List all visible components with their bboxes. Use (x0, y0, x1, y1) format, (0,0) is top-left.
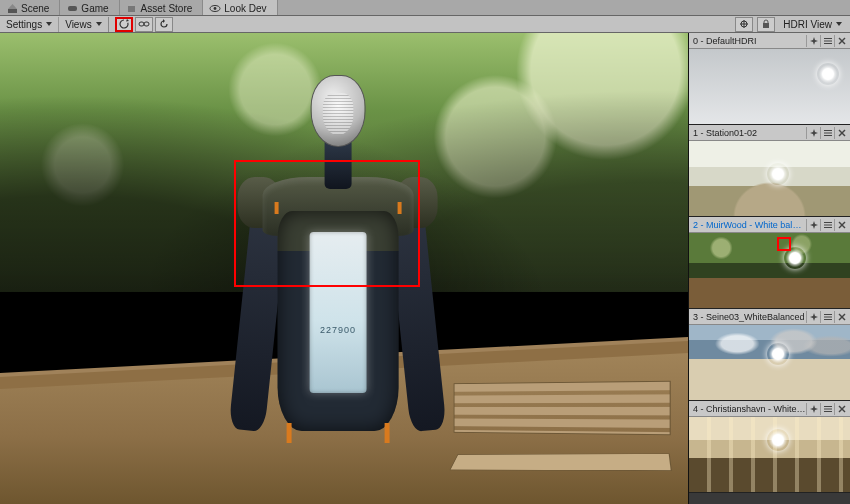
options-button[interactable] (820, 35, 834, 47)
close-button[interactable] (834, 219, 848, 231)
hdri-item-header[interactable]: 3 - Seine03_WhiteBalanced (689, 309, 850, 325)
close-button[interactable] (834, 127, 848, 139)
chevron-down-icon (836, 22, 842, 26)
svg-rect-36 (824, 319, 832, 320)
options-button[interactable] (820, 403, 834, 415)
svg-rect-9 (144, 22, 149, 26)
svg-rect-34 (824, 314, 832, 315)
pin-icon (810, 37, 818, 45)
tab-scene[interactable]: Scene (0, 0, 60, 15)
tab-asset-store[interactable]: Asset Store (120, 0, 204, 15)
svg-rect-18 (824, 43, 832, 44)
options-button[interactable] (820, 219, 834, 231)
window-tabstrip: Scene Game Asset Store Look Dev (0, 0, 850, 16)
options-button[interactable] (820, 127, 834, 139)
reset-view-button[interactable] (155, 17, 173, 32)
chevron-down-icon (46, 22, 52, 26)
hdri-view-menu[interactable]: HDRI View (777, 17, 848, 32)
lock-icon (761, 19, 771, 29)
lookdev-viewport[interactable]: 227900 (0, 33, 688, 504)
tab-label: Asset Store (141, 3, 193, 14)
svg-rect-28 (824, 222, 832, 223)
close-button[interactable] (834, 403, 848, 415)
pin-button[interactable] (806, 219, 820, 231)
svg-rect-41 (824, 408, 832, 409)
svg-marker-15 (810, 37, 818, 45)
views-label: Views (65, 19, 92, 30)
close-icon (838, 313, 846, 321)
tab-label: Look Dev (224, 3, 266, 14)
sun-gizmo-icon (767, 343, 789, 365)
close-icon (838, 405, 846, 413)
hdri-thumbnail[interactable] (689, 325, 850, 400)
hdri-item-header[interactable]: 4 - Christianshavn - White balanc… (689, 401, 850, 417)
options-icon (824, 313, 832, 321)
svg-rect-8 (139, 22, 144, 26)
hdri-item-label: 3 - Seine03_WhiteBalanced (693, 312, 806, 322)
svg-marker-21 (810, 129, 818, 137)
expand-button[interactable] (735, 17, 753, 32)
robot-model: 227900 (187, 71, 490, 495)
svg-marker-27 (810, 221, 818, 229)
sun-gizmo-icon (817, 63, 839, 85)
hdri-item[interactable]: 1 - Station01-02 (689, 125, 850, 217)
pin-button[interactable] (806, 127, 820, 139)
hdri-item-label: 2 - MuirWood - White balanced (693, 220, 806, 230)
eye-icon (209, 2, 221, 14)
close-button[interactable] (834, 35, 848, 47)
options-icon (824, 37, 832, 45)
hdri-sidebar: 0 - DefaultHDRI1 - Station01-022 - MuirW… (688, 33, 850, 504)
svg-marker-39 (810, 405, 818, 413)
pin-icon (810, 221, 818, 229)
hdri-thumbnail[interactable] (689, 233, 850, 308)
lock-button[interactable] (757, 17, 775, 32)
hdri-item[interactable]: 0 - DefaultHDRI (689, 33, 850, 125)
svg-rect-40 (824, 406, 832, 407)
hdri-item-header[interactable]: 0 - DefaultHDRI (689, 33, 850, 49)
hdri-item-header[interactable]: 1 - Station01-02 (689, 125, 850, 141)
svg-point-6 (214, 7, 217, 10)
close-icon (838, 221, 846, 229)
close-icon (838, 37, 846, 45)
pin-button[interactable] (806, 403, 820, 415)
highlight-box (777, 237, 791, 251)
link-views-button[interactable] (135, 17, 153, 32)
svg-rect-30 (824, 227, 832, 228)
hdri-item[interactable]: 2 - MuirWood - White balanced (689, 217, 850, 309)
chevron-down-icon (96, 22, 102, 26)
svg-rect-3 (128, 6, 135, 12)
hdri-thumbnail[interactable] (689, 417, 850, 492)
close-button[interactable] (834, 311, 848, 323)
tab-label: Scene (21, 3, 49, 14)
pin-icon (810, 129, 818, 137)
svg-marker-10 (163, 19, 165, 23)
hdri-item[interactable]: 4 - Christianshavn - White balanc… (689, 401, 850, 493)
sync-views-button[interactable] (115, 17, 133, 32)
hdri-item[interactable]: 3 - Seine03_WhiteBalanced (689, 309, 850, 401)
svg-rect-24 (824, 135, 832, 136)
tab-label: Game (81, 3, 108, 14)
tab-look-dev[interactable]: Look Dev (203, 0, 277, 15)
expand-icon (739, 19, 749, 29)
options-icon (824, 221, 832, 229)
lookdev-toolbar: Settings Views (0, 16, 850, 33)
chest-readout: 227900 (314, 325, 362, 335)
scene-icon (6, 2, 18, 14)
sync-icon (118, 18, 130, 30)
settings-menu[interactable]: Settings (0, 17, 59, 32)
svg-rect-29 (824, 224, 832, 225)
options-button[interactable] (820, 311, 834, 323)
pin-button[interactable] (806, 311, 820, 323)
settings-label: Settings (6, 19, 42, 30)
hdri-item-label: 0 - DefaultHDRI (693, 36, 806, 46)
hdri-thumbnail[interactable] (689, 141, 850, 216)
pin-button[interactable] (806, 35, 820, 47)
svg-rect-35 (824, 316, 832, 317)
hdri-thumbnail[interactable] (689, 49, 850, 124)
svg-rect-0 (8, 9, 17, 13)
hdri-item-header[interactable]: 2 - MuirWood - White balanced (689, 217, 850, 233)
views-menu[interactable]: Views (59, 17, 109, 32)
tab-game[interactable]: Game (60, 0, 119, 15)
close-icon (838, 129, 846, 137)
svg-rect-22 (824, 130, 832, 131)
